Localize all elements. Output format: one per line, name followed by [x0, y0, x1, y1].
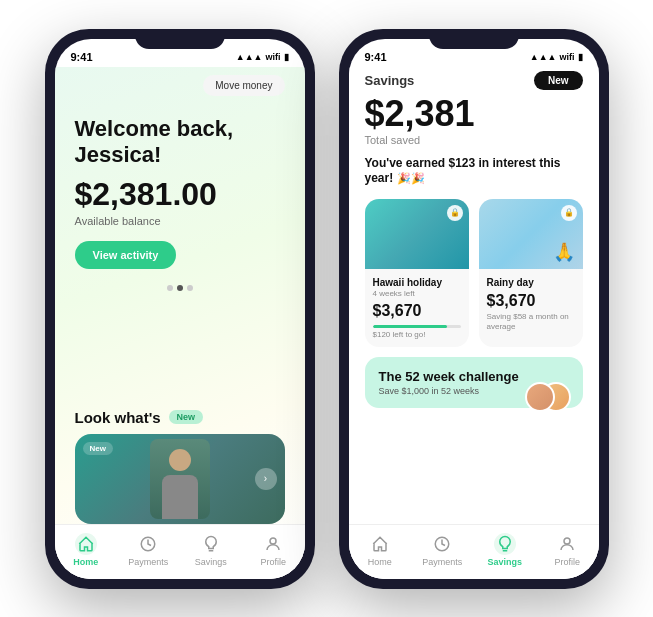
notch-2: [429, 29, 519, 49]
home-screen: Move money Welcome back, Jessica! $2,381…: [55, 67, 305, 579]
rainy-emoji: 🙏: [553, 241, 575, 263]
new-badge-look: New: [169, 410, 204, 424]
savings-card-hawaii[interactable]: 🔒 Hawaii holiday 4 weeks left $3,670 $12…: [365, 199, 469, 347]
payments-icon: [137, 533, 159, 555]
wifi-icon: wifi: [266, 52, 281, 62]
svg-point-3: [564, 538, 570, 544]
savings-card-rainy[interactable]: 🔒 🙏 Rainy day $3,670 Saving $58 a month …: [479, 199, 583, 347]
bottom-nav-2: Home Payments: [349, 524, 599, 579]
challenge-card[interactable]: The 52 week challenge Save $1,000 in 52 …: [365, 357, 583, 408]
nav-label-payments-2: Payments: [422, 557, 462, 567]
dot-3: [187, 285, 193, 291]
savings-cards-row: 🔒 Hawaii holiday 4 weeks left $3,670 $12…: [365, 199, 583, 347]
hawaii-card-image: 🔒: [365, 199, 469, 269]
total-savings-label: Total saved: [365, 134, 583, 146]
nav-item-savings[interactable]: Savings: [180, 533, 243, 567]
challenge-subtitle: Save $1,000 in 52 weeks: [379, 386, 519, 396]
total-savings-amount: $2,381: [365, 96, 583, 132]
nav-label-savings-2: Savings: [487, 557, 522, 567]
battery-icon: ▮: [284, 52, 289, 62]
status-time-2: 9:41: [365, 51, 387, 63]
home-content: Move money Welcome back, Jessica! $2,381…: [55, 67, 305, 399]
promo-badge: New: [83, 442, 113, 455]
battery-icon-2: ▮: [578, 52, 583, 62]
interest-emoji: 🎉🎉: [397, 172, 425, 184]
savings-header: Savings New: [365, 71, 583, 90]
nav-label-home: Home: [73, 557, 98, 567]
savings-icon: [200, 533, 222, 555]
promo-arrow-icon[interactable]: ›: [255, 468, 277, 490]
dot-1: [167, 285, 173, 291]
wifi-icon-2: wifi: [560, 52, 575, 62]
rainy-lock-icon: 🔒: [561, 205, 577, 221]
rainy-amount: $3,670: [487, 292, 575, 310]
look-section: Look what's New New ›: [55, 399, 305, 524]
person-image: [150, 439, 210, 519]
rainy-card-title: Rainy day: [487, 277, 575, 288]
savings-icon-2: [494, 533, 516, 555]
rainy-saving-note: Saving $58 a month on average: [487, 312, 575, 333]
hawaii-progress-fill: [373, 325, 448, 328]
promo-card[interactable]: New ›: [75, 434, 285, 524]
status-icons-1: ▲▲▲ wifi ▮: [236, 52, 289, 62]
nav-item-payments[interactable]: Payments: [117, 533, 180, 567]
hawaii-progress-label: $120 left to go!: [373, 330, 461, 339]
rainy-card-body: Rainy day $3,670 Saving $58 a month on a…: [479, 269, 583, 341]
nav-item-savings-2[interactable]: Savings: [474, 533, 537, 567]
phone-2: 9:41 ▲▲▲ wifi ▮ Savings New $2,381 Total…: [339, 29, 609, 589]
signal-icon: ▲▲▲: [236, 52, 263, 62]
nav-label-payments: Payments: [128, 557, 168, 567]
interest-text: You've earned $123 in interest this year…: [365, 156, 583, 187]
savings-screen: Savings New $2,381 Total saved You've ea…: [349, 67, 599, 579]
hawaii-weeks: 4 weeks left: [373, 289, 461, 298]
view-activity-button[interactable]: View activity: [75, 241, 177, 269]
dot-2: [177, 285, 183, 291]
hawaii-amount: $3,670: [373, 302, 461, 320]
rainy-card-image: 🔒 🙏: [479, 199, 583, 269]
carousel-dots: [75, 285, 285, 291]
move-money-button[interactable]: Move money: [203, 75, 284, 96]
signal-icon-2: ▲▲▲: [530, 52, 557, 62]
nav-item-home[interactable]: Home: [55, 533, 118, 567]
phone-1: 9:41 ▲▲▲ wifi ▮ Move money Welcome back,…: [45, 29, 315, 589]
savings-content: Savings New $2,381 Total saved You've ea…: [349, 67, 599, 524]
nav-label-profile-2: Profile: [554, 557, 580, 567]
nav-label-savings: Savings: [195, 557, 227, 567]
status-icons-2: ▲▲▲ wifi ▮: [530, 52, 583, 62]
look-header: Look what's New: [75, 409, 285, 426]
hawaii-card-title: Hawaii holiday: [373, 277, 461, 288]
welcome-text: Welcome back, Jessica!: [75, 96, 285, 169]
nav-item-profile[interactable]: Profile: [242, 533, 305, 567]
hawaii-card-body: Hawaii holiday 4 weeks left $3,670 $120 …: [365, 269, 469, 347]
hawaii-progress-bar: [373, 325, 461, 328]
home-icon-2: [369, 533, 391, 555]
savings-title: Savings: [365, 73, 415, 88]
balance-label: Available balance: [75, 215, 285, 227]
profile-icon: [262, 533, 284, 555]
challenge-text: The 52 week challenge Save $1,000 in 52 …: [379, 369, 519, 396]
balance-amount: $2,381.00: [75, 176, 285, 213]
challenge-title: The 52 week challenge: [379, 369, 519, 384]
profile-icon-2: [556, 533, 578, 555]
nav-item-payments-2[interactable]: Payments: [411, 533, 474, 567]
hawaii-lock-icon: 🔒: [447, 205, 463, 221]
bottom-nav-1: Home Payments: [55, 524, 305, 579]
svg-point-1: [270, 538, 276, 544]
status-time-1: 9:41: [71, 51, 93, 63]
look-title: Look what's: [75, 409, 161, 426]
nav-label-profile: Profile: [260, 557, 286, 567]
nav-label-home-2: Home: [368, 557, 392, 567]
payments-icon-2: [431, 533, 453, 555]
new-savings-button[interactable]: New: [534, 71, 583, 90]
notch-1: [135, 29, 225, 49]
nav-item-profile-2[interactable]: Profile: [536, 533, 599, 567]
home-icon: [75, 533, 97, 555]
avatar-1: [525, 382, 555, 412]
nav-item-home-2[interactable]: Home: [349, 533, 412, 567]
